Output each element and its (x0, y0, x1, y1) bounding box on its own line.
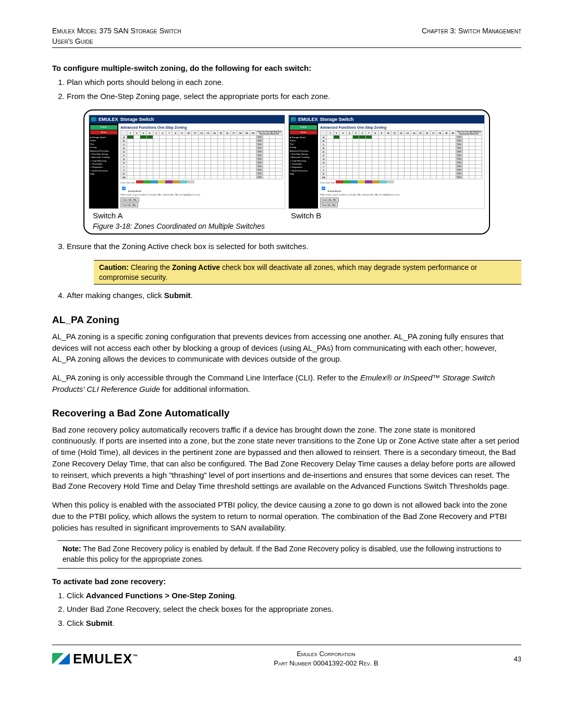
footer-logo: EMULEX™ (52, 651, 138, 667)
list-item: Click Advanced Functions > One-Step Zoni… (67, 590, 521, 602)
switch-b-screenshot: EMULEX Storage Switch Submit Reset ■ Sto… (288, 115, 485, 209)
caution-text: Clearing the (129, 263, 172, 272)
switch-a-label: Switch A (89, 211, 287, 220)
zoning-active-checkbox[interactable] (122, 187, 126, 190)
page-number: 43 (514, 655, 521, 663)
figure-container: EMULEX Storage Switch Submit Reset ■ Sto… (83, 109, 490, 235)
config-steps-a: Plan which ports should belong in each z… (67, 77, 521, 102)
app-title: Storage Switch (320, 117, 354, 122)
color-key-strip (136, 181, 194, 184)
sidebar-item[interactable]: Help (90, 172, 117, 176)
list-item: From the One-Step Zoning page, select th… (67, 91, 521, 103)
hint-text: Hold mouse on port number to view AL_PAs… (320, 193, 482, 196)
switch-a-screenshot: EMULEX Storage Switch Submit Reset ■ Sto… (89, 115, 285, 209)
page-footer: EMULEX™ Emulex Corporation Part Number 0… (52, 645, 521, 668)
emulex-icon (91, 117, 96, 121)
step-bold: Submit (86, 619, 113, 627)
footer-partno: Part Number 00041392-002 Rev. B (138, 659, 513, 668)
page-header: Emulex Model 375 SAN Storage Switch User… (52, 26, 521, 48)
step-text: . (191, 291, 193, 300)
step-text: Under Bad Zone Recovery, select the chec… (67, 604, 334, 613)
recover-heading: Recovering a Bad Zone Automatically (52, 408, 521, 419)
app-brand: EMULEX (298, 117, 318, 122)
sidebar-btn[interactable]: Reset (90, 130, 117, 134)
note-block: Note: The Bad Zone Recovery policy is en… (57, 540, 521, 568)
zoning-active-label: Zoning Active (128, 190, 141, 192)
caution-bold: Zoning Active (172, 263, 220, 272)
step-text: Click (67, 619, 86, 627)
note-label: Note: (63, 545, 81, 553)
zoning-active-checkbox[interactable] (322, 187, 325, 190)
app-title: Storage Switch (120, 117, 154, 122)
step-text: After making changes, click (67, 291, 164, 300)
footer-brand: EMULEX (73, 651, 132, 667)
activate-steps: Click Advanced Functions > One-Step Zoni… (67, 590, 521, 630)
step-text: Click (67, 591, 86, 600)
text: for additional information. (160, 385, 250, 393)
config-lead: To configure multiple-switch zoning, do … (52, 64, 521, 72)
zoning-active-label: Zoning Active (327, 190, 341, 192)
color-key-strip (336, 181, 394, 184)
step-text: . (235, 591, 237, 600)
alpa-button[interactable]: Zone 1 AL_PAs (320, 198, 339, 202)
switch-b-label: Switch B (287, 211, 485, 220)
list-item: After making changes, click Submit. (67, 290, 521, 302)
text: AL_PA zoning is only accessible through … (52, 373, 360, 382)
panel-heading: Advanced Functions One-Step Zoning (120, 125, 283, 130)
caution-label: Caution: (99, 263, 129, 272)
config-steps-b: Ensure that the Zoning Active check box … (67, 241, 521, 253)
alpa-p1: AL_PA zoning is a specific zoning config… (52, 331, 521, 365)
alpa-button[interactable]: Port 1 AL_PAs (120, 203, 138, 207)
color-key-label: Zone Color Key: (320, 181, 335, 184)
alpa-button[interactable]: Port 1 AL_PAs (320, 203, 338, 207)
trademark-icon: ™ (132, 653, 138, 659)
sidebar-btn[interactable]: Submit (290, 125, 317, 129)
header-product: Emulex Model 375 SAN Storage Switch (52, 26, 181, 36)
color-key-label: Zone Color Key: (120, 181, 136, 184)
sidebar-btn[interactable]: Reset (290, 130, 317, 134)
recover-p1: Bad zone recovery policy automatically r… (52, 424, 521, 492)
list-item: Under Bad Zone Recovery, select the chec… (67, 603, 521, 615)
zoning-grid-b[interactable]: 1234567891011121314151617181920Clear Zon… (320, 130, 482, 179)
caution-box: Caution: Clearing the Zoning Active chec… (94, 260, 521, 285)
list-item: Click Submit. (67, 618, 521, 630)
hint-text: Hold mouse on port number to view AL_PAs… (120, 193, 283, 196)
header-chapter: Chapter 3: Switch Management (422, 26, 521, 36)
config-steps-c: After making changes, click Submit. (67, 290, 521, 302)
app-brand: EMULEX (99, 117, 118, 122)
footer-company: Emulex Corporation (138, 649, 513, 659)
sidebar: Submit Reset ■ Storage Switch Status Por… (289, 124, 318, 208)
step-bold: Advanced Functions > One-Step Zoning (86, 591, 235, 600)
panel-heading: Advanced Functions One-Step Zoning (320, 125, 482, 130)
header-guide: User's Guide (52, 36, 181, 47)
emulex-icon (52, 653, 70, 664)
alpa-p2: AL_PA zoning is only accessible through … (52, 372, 521, 395)
list-item: Ensure that the Zoning Active check box … (67, 241, 521, 253)
alpa-heading: AL_PA Zoning (52, 314, 521, 326)
zoning-grid-a[interactable]: 1234567891011121314151617181920Clear Zon… (120, 130, 283, 179)
note-text: The Bad Zone Recovery policy is enabled … (63, 545, 501, 563)
figure-caption: Figure 3-18: Zones Coordinated on Multip… (89, 220, 485, 231)
sidebar-btn[interactable]: Submit (90, 125, 117, 129)
sidebar-item[interactable]: Help (290, 172, 317, 176)
step-bold: Submit (164, 291, 191, 300)
recover-p2: When this policy is enabled with the ass… (52, 499, 521, 533)
activate-lead: To activate bad zone recovery: (52, 577, 521, 586)
step-text: . (113, 619, 115, 627)
alpa-button[interactable]: Zone 1 AL_PAs (120, 198, 139, 202)
list-item: Plan which ports should belong in each z… (67, 77, 521, 89)
sidebar: Submit Reset ■ Storage Switch Status Por… (89, 124, 118, 208)
emulex-icon (291, 117, 296, 121)
